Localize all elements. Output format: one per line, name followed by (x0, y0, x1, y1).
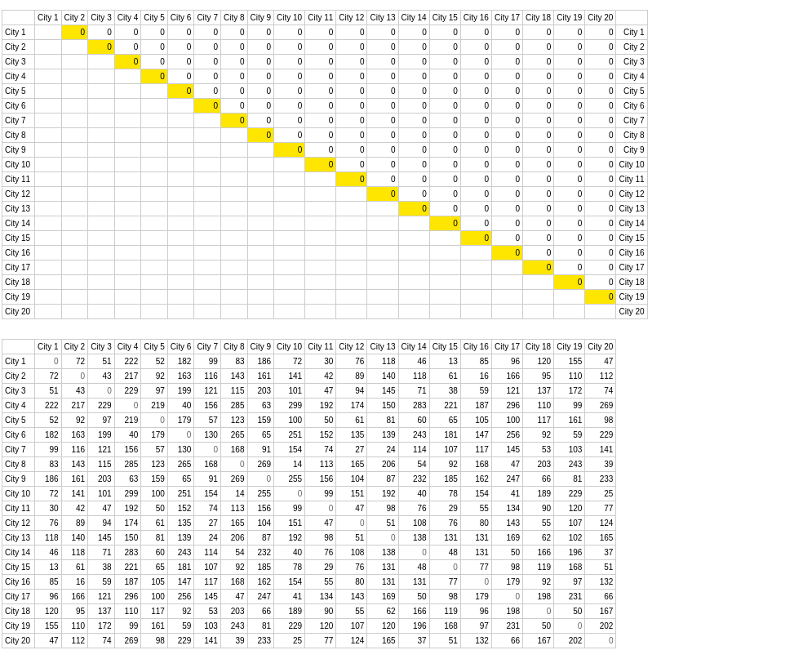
tc-cell-6-10: 251 (274, 428, 305, 443)
var-cell-4-19: 0 (554, 69, 585, 84)
right-label-9: City 9 (616, 143, 647, 158)
tc-cell-13-14: 138 (398, 531, 429, 545)
var-cell-14-15: 0 (429, 216, 460, 231)
tc-cell-3-4: 229 (114, 384, 141, 399)
var-cell-9-4 (114, 143, 141, 158)
tc-cell-17-8: 47 (220, 590, 247, 604)
var-cell-4-11: 0 (305, 69, 336, 84)
tc-cell-12-12: 0 (336, 516, 367, 531)
tc-cell-5-1: 52 (35, 413, 62, 428)
var-cell-12-19: 0 (554, 187, 585, 202)
tc-cell-8-15: 92 (429, 457, 460, 472)
var-cell-20-12 (336, 305, 367, 319)
var-cell-4-15: 0 (429, 69, 460, 84)
tc-cell-4-19: 99 (554, 399, 585, 413)
var-cell-10-19: 0 (554, 158, 585, 172)
tc-cell-13-4: 150 (114, 531, 141, 545)
var-cell-16-1 (35, 246, 62, 260)
tc-cell-11-19: 120 (554, 501, 585, 516)
var-cell-3-18: 0 (523, 55, 554, 69)
tc-cell-9-16: 162 (460, 472, 491, 487)
var-cell-8-13: 0 (367, 128, 398, 143)
tc-cell-5-12: 61 (336, 413, 367, 428)
var-cell-19-10 (274, 290, 305, 305)
tc-row-header-10: City 10 (2, 487, 35, 501)
var-cell-2-6: 0 (167, 40, 194, 55)
var-cell-15-19: 0 (554, 231, 585, 246)
var-cell-15-14 (398, 231, 429, 246)
tc-cell-20-10: 25 (274, 634, 305, 648)
tc-cell-3-14: 71 (398, 384, 429, 399)
var-cell-6-11: 0 (305, 99, 336, 114)
var-cell-19-6 (167, 290, 194, 305)
var-cell-3-4: 0 (114, 55, 141, 69)
var-cell-13-4 (114, 202, 141, 216)
tc-cell-8-4: 285 (114, 457, 141, 472)
var-cell-11-14: 0 (398, 172, 429, 187)
tc-cell-17-1: 96 (35, 590, 62, 604)
tc-col-header-12: City 12 (336, 340, 367, 354)
tc-cell-4-6: 40 (167, 399, 194, 413)
var-cell-7-6 (167, 114, 194, 128)
tc-cell-10-11: 99 (305, 487, 336, 501)
var-cell-19-7 (194, 290, 221, 305)
var-cell-11-4 (114, 172, 141, 187)
tc-cell-18-14: 166 (398, 604, 429, 619)
var-cell-9-6 (167, 143, 194, 158)
col-header-2: City 2 (61, 11, 88, 25)
var-cell-3-3 (88, 55, 115, 69)
var-cell-11-5 (141, 172, 168, 187)
var-cell-9-15: 0 (429, 143, 460, 158)
tc-cell-6-14: 243 (398, 428, 429, 443)
var-cell-11-13: 0 (367, 172, 398, 187)
tc-cell-7-19: 103 (554, 443, 585, 457)
tc-cell-4-8: 285 (220, 399, 247, 413)
tc-cell-20-1: 47 (35, 634, 62, 648)
tc-cell-6-2: 163 (61, 428, 88, 443)
tc-cell-4-15: 221 (429, 399, 460, 413)
row-header-7: City 7 (2, 114, 35, 128)
row-header-15: City 15 (2, 231, 35, 246)
var-cell-5-5 (141, 84, 168, 99)
var-cell-4-7: 0 (194, 69, 221, 84)
tc-cell-9-11: 156 (305, 472, 336, 487)
tc-corner-cell (2, 340, 35, 354)
var-cell-18-20: 0 (585, 275, 616, 290)
var-cell-13-15: 0 (429, 202, 460, 216)
tc-cell-16-9: 162 (247, 575, 274, 590)
variables-table: City 1City 2City 3City 4City 5City 6City… (2, 10, 648, 319)
tc-cell-20-16: 132 (460, 634, 491, 648)
tc-cell-16-18: 92 (523, 575, 554, 590)
tc-cell-6-5: 179 (141, 428, 168, 443)
var-cell-18-8 (220, 275, 247, 290)
tc-cell-4-11: 192 (305, 399, 336, 413)
tc-cell-14-13: 138 (367, 545, 398, 560)
var-cell-1-20: 0 (585, 25, 616, 40)
var-cell-14-3 (88, 216, 115, 231)
var-cell-5-14: 0 (398, 84, 429, 99)
var-cell-12-4 (114, 187, 141, 202)
tc-cell-6-16: 147 (460, 428, 491, 443)
tc-cell-7-16: 117 (460, 443, 491, 457)
var-cell-18-16 (460, 275, 491, 290)
tc-cell-19-13: 120 (367, 619, 398, 634)
tc-cell-8-5: 123 (141, 457, 168, 472)
var-cell-9-14: 0 (398, 143, 429, 158)
var-cell-7-9: 0 (247, 114, 274, 128)
var-cell-13-18: 0 (523, 202, 554, 216)
tc-col-header-16: City 16 (460, 340, 491, 354)
tc-cell-18-20: 167 (585, 604, 616, 619)
tc-cell-9-7: 91 (194, 472, 221, 487)
tc-cell-8-16: 168 (460, 457, 491, 472)
right-label-5: City 5 (616, 84, 647, 99)
var-cell-10-13: 0 (367, 158, 398, 172)
var-cell-13-12 (336, 202, 367, 216)
tc-cell-18-5: 117 (141, 604, 168, 619)
var-cell-3-10: 0 (274, 55, 305, 69)
tc-cell-5-7: 57 (194, 413, 221, 428)
variables-title (2, 3, 810, 10)
tc-row-header-2: City 2 (2, 369, 35, 384)
var-cell-5-19: 0 (554, 84, 585, 99)
var-cell-19-17 (491, 290, 522, 305)
var-cell-13-20: 0 (585, 202, 616, 216)
